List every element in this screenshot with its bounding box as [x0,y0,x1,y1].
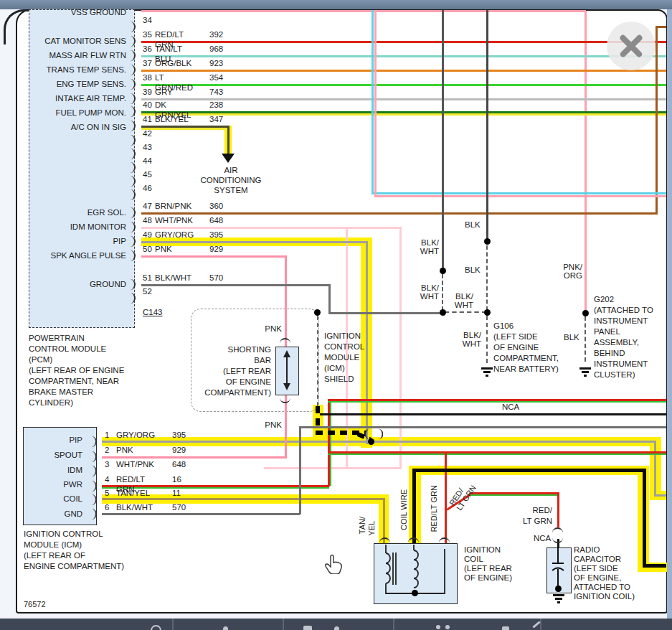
bottom-toolbar[interactable] [0,619,672,630]
pcm-signal-label: ENG TEMP SENS. [29,79,126,90]
wire-coil-h [412,469,646,472]
wire-blkwht-g106-dash [442,274,443,311]
shield-bold-dash-vert [316,406,320,432]
tan-yel-label: TAN/ [358,517,366,534]
pcm-signal-label: EGR SOL. [29,207,126,218]
g202-label: BEHIND [594,348,625,359]
g202-label: (ATTACHED TO [594,305,653,316]
diagram-number: 76572 [24,599,46,610]
wire-blkwht-g106 [442,10,444,269]
shield-dash-vert [317,316,318,406]
wire-brn-pnk [141,212,658,215]
wire-blk-g106 [486,10,488,240]
pcm-signal-label: FUEL PUMP MON. [29,108,126,118]
wire-red-coil3-vert [445,451,447,543]
g106-label: COMPARTMENT, [493,353,559,364]
g202-label: ASSEMBLY, [594,337,639,348]
wire-red-lt-grn [141,41,666,43]
g106-label: NEAR BATTERY) [493,364,559,375]
pcm-signal-label: CAT MONITOR SENS [29,36,126,47]
wiring-diagram-viewer: VSS GROUND CAT MONITOR SENS MASS AIR FLW… [0,0,672,630]
pnk-label: PNK [253,324,282,334]
icm-caption: (LEFT REAR OF [24,550,85,561]
icm-signal-label: COIL [23,494,82,504]
wire-coil-exit [643,564,666,568]
toolbar-icon-fragment[interactable] [334,626,339,630]
pcm-signal-label: INTAKE AIR TEMP. [29,93,126,104]
wire-org-blk [141,70,666,72]
wire-blk-wht6 [102,513,300,515]
toolbar-icon-fragment[interactable] [303,626,312,630]
wire-blk-yel-vert [227,126,229,154]
wire-cyan-vert [372,10,374,194]
pcm-signal-label: MASS AIR FLW RTN [29,50,126,61]
toolbar-icon-fragment[interactable] [532,621,540,628]
connector-arc [439,537,450,545]
toolbar-divider [283,619,284,630]
wire-coil-vert [412,470,416,544]
toolbar-divider [172,619,174,630]
close-button[interactable] [607,22,656,70]
ac-system-label: SYSTEM [181,185,281,196]
pcm-signal-label: SPK ANGLE PULSE [29,250,126,261]
wire-gry-org [141,241,368,243]
red-lt-grn-label: RED/LT GRN [430,485,438,532]
icm-signal-label: PWR [23,479,82,490]
toolbar-icon-fragment[interactable] [223,626,228,630]
g106-label: OF ENGINE [493,342,539,353]
shorting-bar-label: COMPARTMENT) [186,387,271,398]
wire-blk-g106-dash1 [486,245,488,311]
icm-shield-label: (ICM) [324,363,345,374]
pnk-label: PNK [253,420,282,431]
junction-dot [484,309,491,316]
blk-wht-label: WHT [410,246,439,257]
toolbar-icon-fragment[interactable] [436,625,440,629]
pcm-signal-label: IDM MONITOR [29,222,126,232]
icm-signal-label: GND [23,509,82,519]
toolbar-icon-fragment[interactable] [445,625,450,629]
toolbar-divider [540,619,541,630]
break-arc [552,527,563,535]
icm-caption: ENGINE COMPARTMENT) [24,561,124,572]
pcm-connector-id: C143 [143,307,163,318]
pcm-signal-label: GROUND [29,279,126,290]
g202-label: G202 [594,294,614,305]
blk-label: BLK [465,265,481,276]
wire-blk-wht-vert [328,284,331,314]
ac-system-label: CONDITIONING [181,175,281,186]
wire-tan-yel-vert [383,498,385,543]
coil-wire-label: COIL WIRE [399,489,408,530]
wire-pnkpair-h [374,195,666,197]
junction-dot [368,438,374,445]
icm-shield-label: MODULE [324,352,359,363]
g106-label: G106 [493,321,514,332]
wire-red-cap-vert [557,492,559,527]
pnk-org-label: ORG [554,271,582,281]
wire-blk-wht6-h [299,426,666,428]
wire-pnk-top [141,10,586,12]
shorting-bar-label: (LEFT REAR [186,366,271,377]
pcm-signal-label: PIP [29,236,126,247]
ac-arrow [222,154,235,163]
wire-blk-g106-dash2 [486,316,488,363]
pcm-caption: (LEFT REAR OF ENGINE [29,365,124,376]
wire-grn4-h559 [328,401,666,403]
double-arrow-icon [278,349,295,392]
g202-label: INSTRUMENT [594,359,648,370]
junction-dot [314,309,321,316]
wire-wht-pnk [141,227,401,229]
icm-shield-label: IGNITION [324,331,361,342]
shorting-bar-label: OF ENGINE [186,377,271,387]
junction-dot [484,238,491,245]
blk-wht-label: WHT [410,291,439,302]
wire-wht-pnk-low [264,467,401,469]
g202-label: INSTRUMENT [594,316,648,326]
toolbar-divider [393,619,394,630]
wire-pnk-icm [102,456,287,459]
wire-tan-lt-blu [141,55,666,57]
blk-wht-label: WHT [445,300,473,311]
wire-coil-rvert [643,469,646,566]
icm-shield-label: SHIELD [324,374,354,385]
toolbar-icon-fragment[interactable] [151,625,161,630]
toolbar-icon-fragment[interactable] [502,626,509,630]
